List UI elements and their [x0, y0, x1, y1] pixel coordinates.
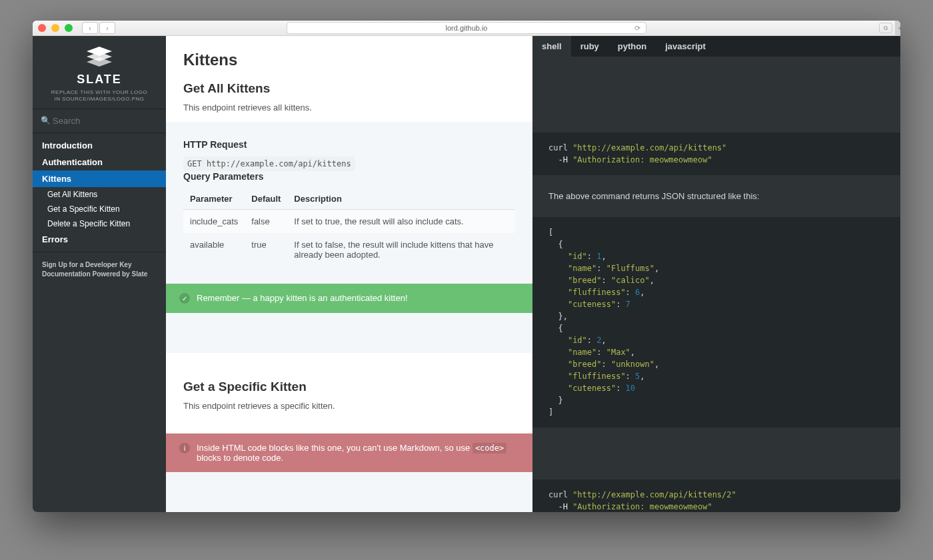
- tabs-button[interactable]: ⧉: [879, 23, 892, 33]
- warning-notice: i Inside HTML code blocks like this one,…: [166, 433, 532, 472]
- http-request-heading: HTTP Request: [183, 139, 515, 150]
- curl-block-2: curl "http://example.com/api/kittens/2" …: [532, 479, 900, 512]
- footer-signup-link[interactable]: Sign Up for a Developer Key: [42, 261, 157, 268]
- nav-errors[interactable]: Errors: [33, 231, 166, 248]
- nav-buttons: ‹ ›: [82, 22, 115, 34]
- nav-introduction[interactable]: Introduction: [33, 137, 166, 154]
- new-tab-button[interactable]: +: [895, 21, 900, 36]
- url-text: lord.github.io: [446, 24, 488, 32]
- success-notice: ✓ Remember — a happy kitten is an authen…: [166, 284, 532, 313]
- tab-shell[interactable]: shell: [532, 36, 571, 57]
- reload-icon[interactable]: ⟳: [634, 24, 640, 33]
- doc-pane: Kittens Get All Kittens This endpoint re…: [166, 36, 532, 512]
- th-default: Default: [245, 188, 287, 210]
- tagline: REPLACE THIS WITH YOUR LOGO IN SOURCE/IM…: [39, 89, 159, 103]
- section-desc-2: This endpoint retrieves a specific kitte…: [183, 401, 515, 411]
- search-wrap: 🔍: [33, 109, 166, 133]
- notice-text-2: Inside HTML code blocks like this one, y…: [197, 443, 519, 463]
- info-icon: i: [179, 443, 190, 453]
- slate-logo-icon: [85, 47, 113, 67]
- sidebar: SLATE REPLACE THIS WITH YOUR LOGO IN SOU…: [33, 36, 166, 512]
- traffic-lights: [38, 24, 73, 32]
- curl-block-1: curl "http://example.com/api/kittens" -H…: [532, 133, 900, 175]
- close-icon[interactable]: [38, 24, 46, 32]
- back-button[interactable]: ‹: [82, 22, 98, 34]
- json-block-1: [ { "id": 1, "name": "Fluffums", "breed"…: [532, 217, 900, 427]
- section-get-all-kittens: Get All Kittens: [183, 81, 515, 96]
- query-params-heading: Query Parameters: [183, 171, 515, 182]
- check-icon: ✓: [179, 293, 190, 304]
- subnav-get-specific-kitten[interactable]: Get a Specific Kitten: [33, 202, 166, 216]
- section-desc: This endpoint retrieves all kittens.: [183, 103, 515, 113]
- browser-window: ‹ › lord.github.io ⟳ ⧉ + SLATE: [33, 21, 900, 512]
- zoom-icon[interactable]: [65, 24, 73, 32]
- minimize-icon[interactable]: [51, 24, 59, 32]
- section-get-specific-kitten: Get a Specific Kitten: [183, 380, 515, 394]
- tab-javascript[interactable]: javascript: [656, 36, 715, 57]
- code-caption-1: The above command returns JSON structure…: [532, 184, 900, 208]
- brand-name: SLATE: [39, 73, 159, 87]
- code-pane: shell ruby python javascript curl "http:…: [532, 36, 900, 512]
- query-params-table: Parameter Default Description include_ca…: [183, 188, 515, 266]
- subnav-delete-specific-kitten[interactable]: Delete a Specific Kitten: [33, 216, 166, 231]
- tab-python[interactable]: python: [608, 36, 656, 57]
- footer-powered-link[interactable]: Documentation Powered by Slate: [42, 270, 157, 278]
- logo-block: SLATE REPLACE THIS WITH YOUR LOGO IN SOU…: [33, 36, 166, 109]
- lang-tabs: shell ruby python javascript: [532, 36, 900, 57]
- nav-list: Introduction Authentication Kittens Get …: [33, 133, 166, 252]
- search-icon: 🔍: [41, 116, 51, 125]
- http-request-code: GET http://example.com/api/kittens: [183, 156, 355, 171]
- svg-marker-2: [87, 57, 112, 67]
- notice-text: Remember — a happy kitten is an authenti…: [197, 293, 408, 303]
- subnav-get-all-kittens[interactable]: Get All Kittens: [33, 187, 166, 202]
- tab-ruby[interactable]: ruby: [571, 36, 608, 57]
- sidebar-footer: Sign Up for a Developer Key Documentatio…: [33, 252, 166, 286]
- titlebar: ‹ › lord.github.io ⟳ ⧉: [33, 21, 900, 36]
- nav-kittens[interactable]: Kittens: [33, 170, 166, 187]
- forward-button[interactable]: ›: [99, 22, 115, 34]
- page-title: Kittens: [183, 51, 515, 69]
- search-input[interactable]: [41, 113, 158, 129]
- th-description: Description: [287, 188, 515, 210]
- url-bar[interactable]: lord.github.io ⟳: [287, 22, 646, 34]
- table-row: available true If set to false, the resu…: [183, 233, 515, 266]
- table-row: include_cats false If set to true, the r…: [183, 210, 515, 234]
- th-parameter: Parameter: [183, 188, 245, 210]
- nav-authentication[interactable]: Authentication: [33, 154, 166, 170]
